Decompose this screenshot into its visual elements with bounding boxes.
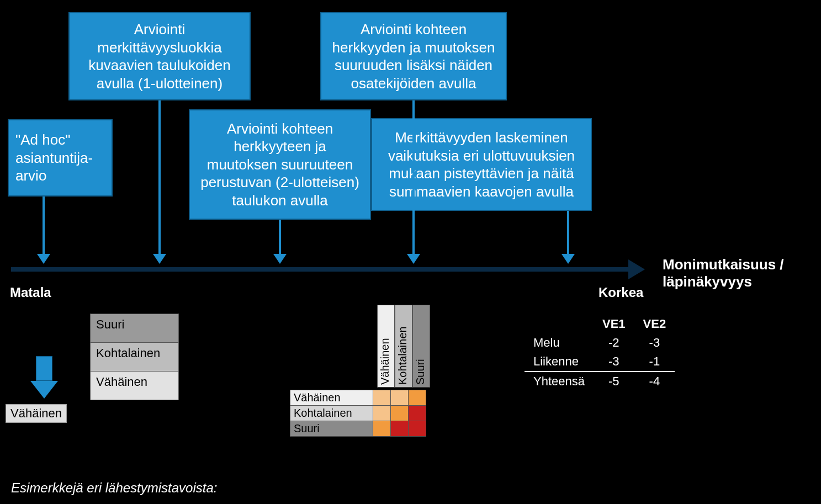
matrix-row-1: Vähäinen: [290, 390, 373, 406]
complexity-line1: Monimutkaisuus /: [663, 256, 784, 273]
box-1d: Arviointi merkittävyysluokkia kuvaavien …: [68, 12, 251, 100]
score-r2-v1: -3: [594, 352, 634, 372]
box-adhoc: "Ad hoc" asiantuntija- arvio: [8, 119, 113, 197]
arrowhead-3: [273, 254, 287, 264]
box-components-text: Arviointi kohteen herkkyyden ja muutokse…: [328, 20, 499, 92]
tag-vahainen: Vähäinen: [6, 404, 67, 423]
score-h2: VE2: [634, 315, 675, 333]
matrix-col-3: Suuri: [412, 305, 430, 388]
arrowhead-4: [407, 254, 420, 264]
box-formula-text: Merkittävyyden laskeminen vaikutuksia er…: [379, 129, 584, 200]
list-table: Suuri Kohtalainen Vähäinen: [90, 314, 179, 400]
box-components: Arviointi kohteen herkkyyden ja muutokse…: [320, 12, 507, 100]
box-1d-text: Arviointi merkittävyysluokkia kuvaavien …: [76, 20, 243, 92]
box-2d: Arviointi kohteen herkkyyteen ja muutoks…: [189, 109, 371, 220]
axis-label-high: Korkea: [598, 285, 643, 300]
connector-1: [43, 197, 45, 255]
score-r2-v2: -1: [634, 352, 675, 372]
box-adhoc-text: "Ad hoc" asiantuntija- arvio: [15, 131, 93, 185]
score-r2-label: Liikenne: [525, 352, 594, 372]
matrix-row-2: Kohtalainen: [290, 406, 373, 421]
matrix-col-1: Vähäinen: [377, 305, 395, 388]
complexity-label: Monimutkaisuus / läpinäkyvyys: [663, 256, 784, 290]
score-h1: VE1: [594, 315, 634, 333]
list-row-vahainen: Vähäinen: [91, 372, 179, 400]
box-2d-text: Arviointi kohteen herkkyyteen ja muutoks…: [197, 120, 363, 210]
connector-3: [279, 220, 281, 255]
score-r3-v1: -5: [594, 372, 634, 391]
arrowhead-2: [153, 254, 166, 264]
list-row-kohtalainen: Kohtalainen: [91, 343, 179, 372]
examples-caption: Esimerkkejä eri lähestymistavoista:: [11, 480, 217, 496]
connector-5: [567, 211, 569, 255]
score-table: VE1 VE2 Melu -2 -3 Liikenne -3 -1 Yhteen…: [525, 315, 675, 391]
score-r1-v1: -2: [594, 333, 634, 352]
axis-arrow-icon: [628, 259, 645, 279]
matrix-table: Vähäinen Kohtalainen Suuri: [290, 390, 426, 437]
list-row-suuri: Suuri: [91, 314, 179, 343]
score-r1-v2: -3: [634, 333, 675, 352]
axis-line: [11, 267, 629, 272]
arrowhead-5: [562, 254, 575, 264]
connector-2: [158, 100, 161, 255]
complexity-line2: läpinäkyvyys: [663, 273, 752, 290]
score-r1-label: Melu: [525, 333, 594, 352]
box-formula: Merkittävyyden laskeminen vaikutuksia er…: [371, 118, 592, 211]
matrix-col-2: Kohtalainen: [395, 305, 412, 388]
score-r3-v2: -4: [634, 372, 675, 391]
arrowhead-1: [37, 254, 50, 264]
matrix-row-3: Suuri: [290, 421, 373, 437]
axis-label-low: Matala: [10, 285, 51, 300]
matrix: VähäinenKohtalainenSuuri Vähäinen Kohtal…: [290, 305, 430, 437]
score-r3-label: Yhteensä: [525, 372, 594, 391]
connector-4: [412, 100, 415, 255]
down-arrow-icon: [30, 356, 58, 400]
